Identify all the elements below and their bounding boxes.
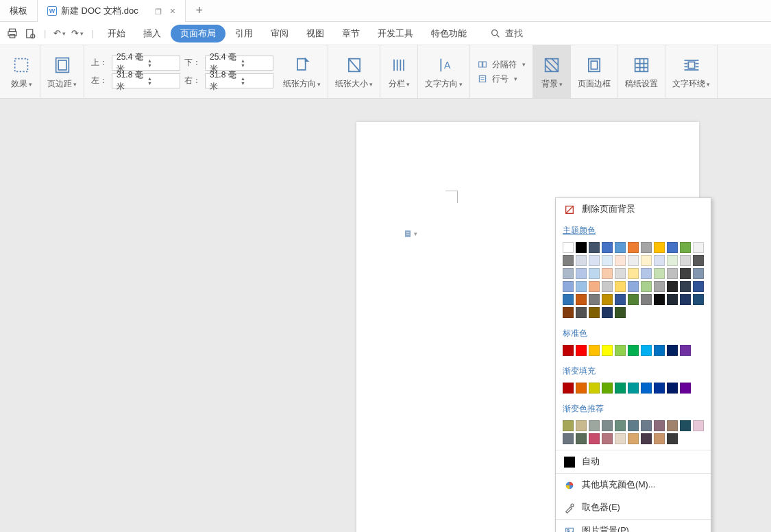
color-swatch[interactable]	[602, 383, 613, 394]
color-swatch[interactable]	[576, 242, 587, 253]
margin-bottom-input[interactable]: 25.4 毫米▲▼	[205, 56, 273, 71]
margin-top-input[interactable]: 25.4 毫米▲▼	[112, 56, 180, 71]
menu-chapter[interactable]: 章节	[334, 25, 368, 43]
color-swatch[interactable]	[563, 294, 574, 305]
color-swatch[interactable]	[589, 281, 600, 292]
color-swatch[interactable]	[602, 420, 613, 431]
color-swatch[interactable]	[680, 383, 691, 394]
group-wrap[interactable]: 文字环绕	[665, 45, 718, 98]
color-swatch[interactable]	[576, 268, 587, 279]
spinner-icon[interactable]: ▲▼	[147, 76, 178, 86]
color-swatch[interactable]	[602, 307, 613, 318]
color-swatch[interactable]	[563, 420, 574, 431]
color-swatch[interactable]	[602, 345, 613, 356]
color-swatch[interactable]	[693, 420, 704, 431]
color-swatch[interactable]	[641, 383, 652, 394]
line-numbers-button[interactable]: 行号	[477, 73, 526, 85]
color-swatch[interactable]	[602, 281, 613, 292]
color-swatch[interactable]	[563, 307, 574, 318]
tab-document[interactable]: W 新建 DOC 文档.doc ❐ ×	[38, 0, 186, 22]
color-swatch[interactable]	[589, 307, 600, 318]
color-swatch[interactable]	[641, 420, 652, 431]
color-swatch[interactable]	[667, 345, 678, 356]
breaks-button[interactable]: 分隔符	[477, 59, 526, 71]
color-swatch[interactable]	[654, 242, 665, 253]
group-effects[interactable]: 效果	[3, 45, 40, 98]
group-orientation[interactable]: 纸张方向	[276, 45, 328, 98]
color-swatch[interactable]	[576, 294, 587, 305]
color-swatch[interactable]	[615, 307, 626, 318]
paragraph-placeholder-icon[interactable]: ▾	[403, 228, 417, 239]
color-swatch[interactable]	[628, 242, 639, 253]
color-swatch[interactable]	[680, 294, 691, 305]
color-swatch[interactable]	[693, 281, 704, 292]
color-swatch[interactable]	[563, 255, 574, 266]
group-size[interactable]: 纸张大小	[328, 45, 380, 98]
color-swatch[interactable]	[680, 268, 691, 279]
color-swatch[interactable]	[589, 294, 600, 305]
color-swatch[interactable]	[680, 345, 691, 356]
color-swatch[interactable]	[693, 294, 704, 305]
color-swatch[interactable]	[576, 383, 587, 394]
color-swatch[interactable]	[602, 294, 613, 305]
color-swatch[interactable]	[628, 433, 639, 444]
color-swatch[interactable]	[563, 281, 574, 292]
color-swatch[interactable]	[693, 242, 704, 253]
color-swatch[interactable]	[589, 255, 600, 266]
color-swatch[interactable]	[628, 268, 639, 279]
color-swatch[interactable]	[615, 420, 626, 431]
margin-left-input[interactable]: 31.8 毫米▲▼	[112, 73, 180, 88]
eyedropper[interactable]: 取色器(E)	[556, 496, 711, 519]
color-swatch[interactable]	[628, 383, 639, 394]
group-margins[interactable]: 页边距	[40, 45, 84, 98]
color-swatch[interactable]	[589, 383, 600, 394]
color-swatch[interactable]	[641, 242, 652, 253]
color-swatch[interactable]	[563, 383, 574, 394]
group-genko[interactable]: 稿纸设置	[618, 45, 665, 98]
spinner-icon[interactable]: ▲▼	[147, 58, 178, 68]
color-swatch[interactable]	[667, 281, 678, 292]
spinner-icon[interactable]: ▲▼	[241, 76, 271, 86]
print-icon[interactable]	[4, 25, 21, 42]
color-swatch[interactable]	[615, 281, 626, 292]
menu-references[interactable]: 引用	[227, 25, 261, 43]
color-swatch[interactable]	[576, 307, 587, 318]
color-swatch[interactable]	[680, 420, 691, 431]
color-swatch[interactable]	[693, 255, 704, 266]
color-swatch[interactable]	[654, 345, 665, 356]
color-swatch[interactable]	[641, 255, 652, 266]
color-swatch[interactable]	[589, 242, 600, 253]
color-swatch[interactable]	[602, 242, 613, 253]
color-swatch[interactable]	[654, 420, 665, 431]
color-swatch[interactable]	[667, 420, 678, 431]
close-tab-icon[interactable]: ×	[170, 5, 175, 16]
color-swatch[interactable]	[615, 433, 626, 444]
color-swatch[interactable]	[654, 255, 665, 266]
color-swatch[interactable]	[589, 420, 600, 431]
color-swatch[interactable]	[641, 268, 652, 279]
menu-dev-tools[interactable]: 开发工具	[369, 25, 421, 43]
color-swatch[interactable]	[654, 294, 665, 305]
restore-window-icon[interactable]: ❐	[155, 8, 162, 14]
color-swatch[interactable]	[576, 255, 587, 266]
document-canvas[interactable]: ▾ 删除页面背景 主题颜色 标准色 渐变填充 渐变色推荐 自动 其他填充颜色(M…	[0, 99, 771, 532]
color-swatch[interactable]	[563, 268, 574, 279]
group-text-direction[interactable]: A 文字方向	[418, 45, 470, 98]
color-swatch[interactable]	[589, 345, 600, 356]
menu-review[interactable]: 审阅	[262, 25, 297, 43]
margin-right-input[interactable]: 31.8 毫米▲▼	[205, 73, 273, 88]
color-swatch[interactable]	[680, 281, 691, 292]
undo-button[interactable]: ↶	[51, 25, 68, 42]
search-box[interactable]: 查找	[490, 27, 523, 40]
color-swatch[interactable]	[667, 268, 678, 279]
color-swatch[interactable]	[654, 281, 665, 292]
menu-page-layout[interactable]: 页面布局	[171, 25, 225, 43]
color-swatch[interactable]	[667, 242, 678, 253]
color-swatch[interactable]	[667, 383, 678, 394]
color-swatch[interactable]	[563, 433, 574, 444]
color-swatch[interactable]	[628, 294, 639, 305]
color-swatch[interactable]	[641, 294, 652, 305]
color-swatch[interactable]	[615, 255, 626, 266]
color-swatch[interactable]	[602, 255, 613, 266]
color-swatch[interactable]	[628, 420, 639, 431]
